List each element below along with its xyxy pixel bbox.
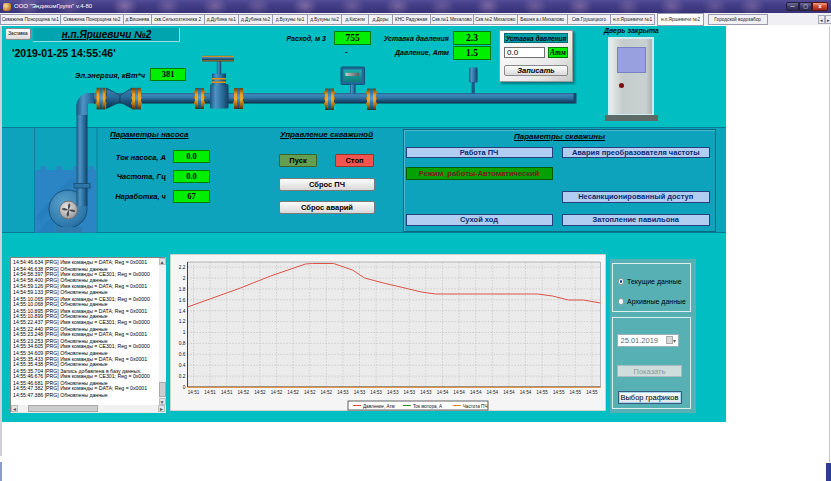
svg-text:14:54: 14:54	[436, 390, 448, 395]
svg-text:14:51: 14:51	[204, 390, 216, 395]
svg-text:Давление, Атм: Давление, Атм	[363, 404, 395, 409]
svg-text:14:52: 14:52	[270, 390, 282, 395]
svg-text:14:52: 14:52	[303, 390, 315, 395]
svg-text:14:51: 14:51	[220, 390, 232, 395]
svg-text:14:54: 14:54	[469, 390, 481, 395]
svg-text:1.4: 1.4	[178, 309, 185, 314]
svg-text:1.8: 1.8	[178, 287, 185, 292]
svg-text:14:52: 14:52	[287, 390, 299, 395]
svg-text:2.2: 2.2	[178, 265, 185, 270]
svg-text:14:54: 14:54	[453, 390, 465, 395]
svg-text:14:53: 14:53	[370, 390, 382, 395]
svg-text:14:51: 14:51	[187, 390, 199, 395]
svg-text:14:52: 14:52	[237, 390, 249, 395]
svg-text:14:53: 14:53	[403, 390, 415, 395]
svg-text:1.6: 1.6	[178, 298, 185, 303]
svg-text:14:54: 14:54	[486, 390, 498, 395]
svg-text:14:53: 14:53	[420, 390, 432, 395]
svg-text:14:52: 14:52	[254, 390, 266, 395]
svg-text:14:53: 14:53	[337, 390, 349, 395]
svg-text:14:55: 14:55	[569, 390, 581, 395]
svg-text:Частота ПЧ: Частота ПЧ	[462, 404, 487, 409]
svg-text:14:53: 14:53	[353, 390, 365, 395]
svg-text:0: 0	[182, 385, 185, 390]
svg-text:0.2: 0.2	[178, 374, 185, 379]
svg-text:14:55: 14:55	[552, 390, 564, 395]
svg-text:1: 1	[182, 330, 185, 335]
svg-text:14:55: 14:55	[586, 390, 598, 395]
svg-text:14:55: 14:55	[536, 390, 548, 395]
svg-text:0.8: 0.8	[178, 341, 185, 346]
svg-text:14:54: 14:54	[503, 390, 515, 395]
svg-text:2: 2	[182, 276, 185, 281]
svg-text:0.6: 0.6	[178, 352, 185, 357]
svg-text:14:52: 14:52	[320, 390, 332, 395]
svg-text:14:53: 14:53	[386, 390, 398, 395]
svg-text:Ток мотора, А: Ток мотора, А	[412, 404, 442, 409]
svg-text:14:54: 14:54	[519, 390, 531, 395]
svg-text:1.2: 1.2	[178, 319, 185, 324]
svg-text:0.4: 0.4	[178, 363, 185, 368]
